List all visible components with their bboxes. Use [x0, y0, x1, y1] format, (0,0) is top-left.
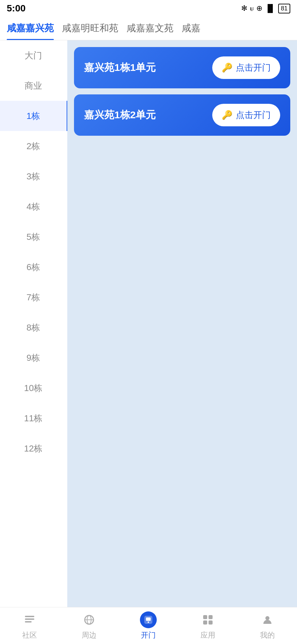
- nav-yingyong[interactable]: 应用: [178, 611, 238, 640]
- nav-zhoubian[interactable]: 周边: [60, 611, 119, 640]
- tab-xianjia[interactable]: 咸嘉: [182, 22, 209, 40]
- shequ-label: 社区: [22, 630, 37, 640]
- svg-rect-7: [146, 617, 151, 621]
- sidebar-item-5zuo[interactable]: 5栋: [0, 222, 67, 252]
- yingyong-icon: [199, 611, 216, 628]
- svg-rect-12: [209, 620, 213, 625]
- zhoubian-icon: [81, 611, 98, 628]
- wode-label: 我的: [260, 630, 275, 640]
- sidebar-item-3zuo[interactable]: 3栋: [0, 161, 67, 191]
- svg-rect-1: [25, 618, 34, 620]
- svg-rect-0: [25, 616, 34, 617]
- sidebar-item-6zuo[interactable]: 6栋: [0, 252, 67, 282]
- svg-rect-9: [203, 615, 207, 619]
- door-card-1-title: 嘉兴苑1栋1单元: [84, 61, 156, 75]
- sidebar-item-2zuo[interactable]: 2栋: [0, 131, 67, 161]
- open-door-label-1: 点击开门: [236, 62, 271, 74]
- svg-point-13: [265, 616, 269, 620]
- shequ-icon: [21, 611, 38, 628]
- sidebar-item-10zuo[interactable]: 10栋: [0, 373, 67, 403]
- sidebar-item-shangye[interactable]: 商业: [0, 71, 67, 101]
- kaimen-label: 开门: [141, 630, 156, 640]
- sidebar-item-8zuo[interactable]: 8栋: [0, 312, 67, 343]
- wifi-icon: ⊕: [256, 4, 262, 13]
- sidebar-item-damen[interactable]: 大门: [0, 40, 67, 71]
- sidebar-item-11zuo[interactable]: 11栋: [0, 403, 67, 433]
- svg-rect-8: [148, 621, 149, 623]
- sidebar-item-12zuo[interactable]: 12栋: [0, 433, 67, 464]
- kaimen-icon: [140, 611, 157, 628]
- nav-wode[interactable]: 我的: [237, 611, 297, 640]
- tab-mingwangheyuan[interactable]: 咸嘉明旺和苑: [62, 22, 126, 40]
- key-icon-1: 🔑: [222, 62, 232, 73]
- svg-rect-11: [203, 620, 207, 625]
- sidebar-item-4zuo[interactable]: 4栋: [0, 191, 67, 222]
- nav-kaimen[interactable]: 开门: [119, 611, 178, 640]
- sidebar: 大门 商业 1栋 2栋 3栋 4栋 5栋 6栋 7栋 8栋 9栋 10栋 11栋…: [0, 40, 67, 607]
- status-bar: 5:00 ✻ ᵾ ⊕ ▐▌ 81: [0, 0, 297, 17]
- open-door-button-1[interactable]: 🔑 点击开门: [212, 56, 280, 79]
- svg-rect-10: [209, 615, 213, 619]
- tab-jiawenyuan[interactable]: 咸嘉嘉文苑: [126, 22, 182, 40]
- nfc-icon: ᵾ: [250, 4, 254, 13]
- key-icon-2: 🔑: [222, 110, 232, 120]
- yingyong-label: 应用: [200, 630, 215, 640]
- battery-icon: 81: [278, 4, 290, 13]
- sidebar-item-9zuo[interactable]: 9栋: [0, 343, 67, 373]
- zhoubian-label: 周边: [82, 630, 97, 640]
- top-tabs: 咸嘉嘉兴苑 咸嘉明旺和苑 咸嘉嘉文苑 咸嘉: [0, 17, 297, 40]
- nav-shequ[interactable]: 社区: [0, 611, 60, 640]
- open-door-label-2: 点击开门: [236, 109, 271, 121]
- sidebar-item-1zuo[interactable]: 1栋: [0, 101, 67, 131]
- right-content: 嘉兴苑1栋1单元 🔑 点击开门 嘉兴苑1栋2单元 🔑 点击开门: [67, 40, 297, 607]
- door-card-1: 嘉兴苑1栋1单元 🔑 点击开门: [74, 47, 290, 88]
- sidebar-item-7zuo[interactable]: 7栋: [0, 282, 67, 312]
- open-door-button-2[interactable]: 🔑 点击开门: [212, 104, 280, 126]
- wode-icon: [259, 611, 276, 628]
- tab-jiaxingyuan[interactable]: 咸嘉嘉兴苑: [7, 22, 62, 40]
- door-card-2: 嘉兴苑1栋2单元 🔑 点击开门: [74, 94, 290, 136]
- status-icons: ✻ ᵾ ⊕ ▐▌ 81: [241, 4, 290, 13]
- main-content: 大门 商业 1栋 2栋 3栋 4栋 5栋 6栋 7栋 8栋 9栋 10栋 11栋…: [0, 40, 297, 607]
- bottom-nav: 社区 周边 开门: [0, 607, 297, 644]
- door-card-2-title: 嘉兴苑1栋2单元: [84, 108, 156, 122]
- svg-rect-2: [25, 621, 32, 622]
- status-time: 5:00: [7, 3, 26, 14]
- bluetooth-icon: ✻: [241, 4, 247, 13]
- signal-icon: ▐▌: [265, 4, 275, 13]
